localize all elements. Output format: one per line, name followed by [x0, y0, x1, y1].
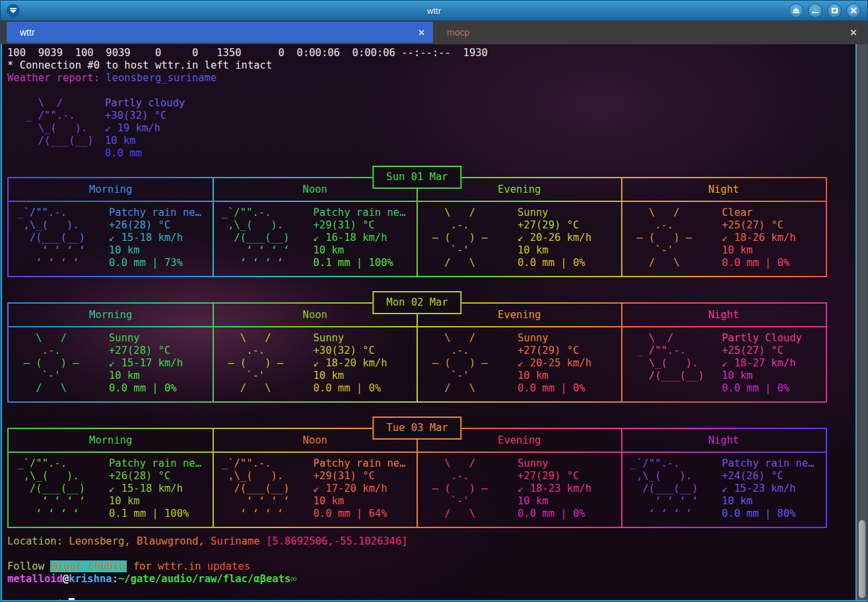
weather-art: \ / .-. ― ( ) ― `-' / \	[216, 332, 314, 401]
weather-details: Sunny+27(29) °C↙ 18-23 km/h10 km0.0 mm |…	[517, 457, 591, 527]
app-icon	[7, 4, 20, 17]
weather-art: \ / .-. ― ( ) ― `-' / \	[420, 457, 517, 527]
forecast-cell: _`/"".-. ,\_( ). /(___(__) ‘ ‘ ‘ ‘ ‘ ‘ ‘…	[9, 453, 213, 527]
weather-art: \ / .-. ― ( ) ― `-' / \	[624, 207, 722, 276]
forecast-day-table: Morning Noon Evening Night _`/"".-. ,\_(…	[7, 177, 827, 277]
weather-art: \ / .-. ― ( ) ― `-' / \	[420, 207, 517, 276]
current-conditions: \ / _ /"".-. \_( ). /(___(__) Partly clo…	[7, 97, 185, 160]
weather-art: _`/"".-. ,\_( ). /(___(__) ‘ ‘ ‘ ‘ ‘ ‘ ‘…	[216, 457, 314, 527]
terminal-window: wttr ✕ wttr ✕ mocp ✕ 100 9039 100 9039 0…	[0, 0, 868, 602]
weather-details: Partly Cloudy+25(27) °C↙ 18-27 km/h10 km…	[722, 332, 802, 401]
forecast-cell: \ / .-. ― ( ) ― `-' / \Sunny+27(29) °C↙ …	[417, 327, 622, 401]
weather-details: Clear+25(27) °C↙ 18-26 km/h10 km0.0 mm |…	[722, 207, 796, 276]
tabbar-close-icon[interactable]: ✕	[840, 20, 867, 44]
weather-details: Sunny+27(29) °C↙ 20-25 km/h10 km0.0 mm |…	[517, 332, 591, 401]
weather-details: Patchy rain ne…+26(28) °C↙ 15-18 km/h10 …	[109, 457, 201, 527]
maximize-button[interactable]	[827, 3, 842, 18]
prompt-dollar: $	[57, 598, 63, 600]
day-label: Tue 03 Mar	[372, 417, 461, 440]
weather-art: \ / .-. ― ( ) ― `-' / \	[420, 332, 517, 401]
terminal-cursor	[69, 598, 75, 600]
column-header-night: Night	[622, 429, 826, 452]
forecast-cell: _`/"".-. ,\_( ). /(___(__) ‘ ‘ ‘ ‘ ‘ ‘ ‘…	[622, 453, 826, 527]
tab-bar: wttr ✕ mocp ✕	[1, 20, 867, 44]
weather-details: Sunny+27(28) °C↙ 15-17 km/h10 km0.0 mm |…	[109, 332, 183, 401]
column-header-morning: Morning	[9, 178, 213, 201]
forecast-cell: \ / .-. ― ( ) ― `-' / \Clear+25(27) °C↙ …	[622, 202, 826, 276]
window-title: wttr	[1, 6, 867, 16]
close-button[interactable]: ✕	[846, 3, 861, 18]
forecast-cell: \ / .-. ― ( ) ― `-' / \Sunny+27(29) °C↙ …	[417, 453, 622, 527]
current-weather-details: Partly cloudy+30(32) °C↙ 19 km/h10 km0.0…	[105, 97, 185, 160]
tab-wttr[interactable]: wttr ✕	[7, 22, 433, 43]
weather-details: Sunny+27(29) °C↙ 20-26 km/h10 km0.0 mm |…	[517, 207, 591, 276]
tab-mocp[interactable]: mocp	[434, 20, 840, 44]
column-header-morning: Morning	[9, 429, 213, 452]
shell-prompt-line: $	[7, 585, 75, 600]
weather-art: \ / .-. ― ( ) ― `-' / \	[11, 332, 109, 401]
column-header-night: Night	[622, 178, 826, 201]
forecast-cell: _`/"".-. ,\_( ). /(___(__) ‘ ‘ ‘ ‘ ‘ ‘ ‘…	[9, 202, 213, 276]
forecast-day-table: Morning Noon Evening Night _`/"".-. ,\_(…	[7, 428, 827, 528]
curl-connection-line: * Connection #0 to host wttr.in left int…	[7, 59, 272, 72]
prompt-line: metalloid@krishna:~/gate/audio/raw/flac/…	[7, 573, 297, 585]
forecast-cell: _`/"".-. ,\_( ). /(___(__) ‘ ‘ ‘ ‘ ‘ ‘ ‘…	[213, 202, 418, 276]
weather-details: Patchy rain ne…+26(28) °C↙ 15-18 km/h10 …	[109, 207, 201, 276]
forecast-cell: _`/"".-. ,\_( ). /(___(__) ‘ ‘ ‘ ‘ ‘ ‘ ‘…	[213, 453, 418, 527]
column-header-night: Night	[622, 304, 826, 326]
location-line: Location: Leonsberg, Blauwgrond, Surinam…	[7, 535, 408, 548]
weather-art: _`/"".-. ,\_( ). /(___(__) ‘ ‘ ‘ ‘ ‘ ‘ ‘…	[624, 457, 722, 527]
scrollbar[interactable]	[855, 44, 867, 600]
weather-report-line: Weather report: leonsberg_suriname	[7, 72, 217, 84]
terminal-output[interactable]: 100 9039 100 9039 0 0 1350 0 0:00:06 0:0…	[1, 44, 855, 600]
tab-close-icon[interactable]: ✕	[418, 28, 425, 38]
weather-details: Sunny+30(32) °C↙ 18-20 km/h10 km0.0 mm |…	[314, 332, 387, 401]
current-weather-art: \ / _ /"".-. \_( ). /(___(__)	[7, 97, 105, 160]
day-label: Mon 02 Mar	[372, 291, 461, 314]
forecast-cell: \ / .-. ― ( ) ― `-' / \Sunny+30(32) °C↙ …	[213, 327, 418, 401]
forecast-day-table: Morning Noon Evening Night \ / .-. ― ( )…	[7, 302, 827, 403]
shade-button[interactable]	[789, 3, 803, 18]
tab-mocp-label: mocp	[447, 27, 469, 38]
column-header-morning: Morning	[9, 304, 213, 326]
minimize-button[interactable]	[808, 3, 822, 18]
curl-progress-line: 100 9039 100 9039 0 0 1350 0 0:00:06 0:0…	[7, 47, 488, 59]
follow-line: Follow @igor_chubin for wttr.in updates	[7, 560, 250, 573]
tab-wttr-label: wttr	[20, 27, 35, 38]
scrollbar-thumb[interactable]	[859, 520, 865, 598]
titlebar[interactable]: wttr ✕	[1, 1, 867, 20]
weather-details: Patchy rain ne…+29(31) °C↙ 16-18 km/h10 …	[314, 207, 406, 276]
weather-art: \ / _ /"".-. \_( ). /(___(__)	[624, 332, 722, 401]
weather-details: Patchy rain ne…+29(31) °C↙ 17-20 km/h10 …	[314, 457, 406, 527]
day-label: Sun 01 Mar	[372, 166, 461, 189]
weather-details: Patchy rain ne…+24(26) °C↙ 15-23 km/h10 …	[722, 457, 815, 527]
forecast-cell: \ / .-. ― ( ) ― `-' / \Sunny+27(28) °C↙ …	[9, 327, 213, 401]
weather-art: _`/"".-. ,\_( ). /(___(__) ‘ ‘ ‘ ‘ ‘ ‘ ‘…	[11, 207, 109, 276]
weather-art: _`/"".-. ,\_( ). /(___(__) ‘ ‘ ‘ ‘ ‘ ‘ ‘…	[11, 457, 109, 527]
forecast-cell: \ / .-. ― ( ) ― `-' / \Sunny+27(29) °C↙ …	[417, 202, 622, 276]
weather-art: _`/"".-. ,\_( ). /(___(__) ‘ ‘ ‘ ‘ ‘ ‘ ‘…	[216, 207, 314, 276]
forecast-cell: \ / _ /"".-. \_( ). /(___(__)Partly Clou…	[622, 327, 826, 401]
